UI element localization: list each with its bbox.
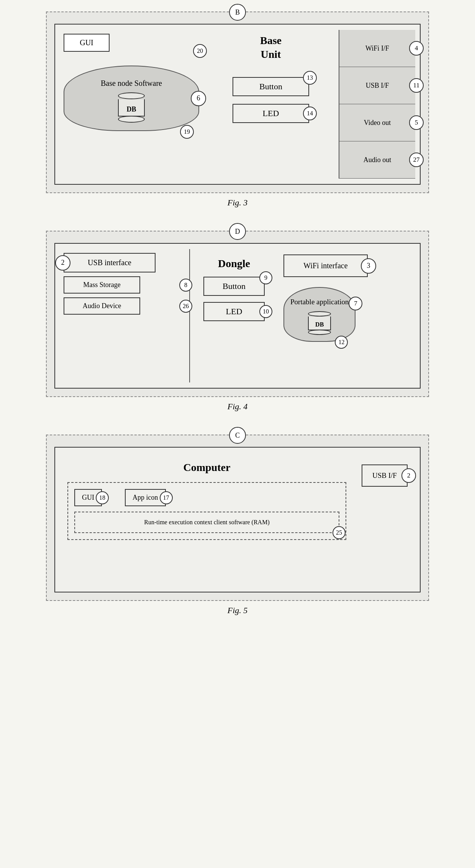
fig5-runtime-label: Run-time execution context client softwa… <box>144 519 269 525</box>
fig5-caption: Fig. 5 <box>228 605 248 615</box>
fig3-gui-label: GUI <box>80 38 93 47</box>
fig4-db-label: DB <box>315 320 324 329</box>
fig4-center-section: Dongle Button 9 LED 10 <box>190 249 278 382</box>
fig3-db-badge: 19 <box>180 125 194 139</box>
fig4-db-bottom-ellipse <box>308 330 331 335</box>
fig3-db-top-ellipse <box>118 92 145 99</box>
fig4-usb-interface-label: USB interface <box>88 258 131 267</box>
fig5-runtime-badge: 25 <box>332 526 346 539</box>
fig4-title: Dongle <box>218 257 250 271</box>
fig5-title: Computer <box>67 461 346 474</box>
fig3-inner-box: GUI 20 Base node Software DB <box>54 24 421 185</box>
fig3-button-label: Button <box>259 82 282 91</box>
fig3-wrapper: B GUI 20 Base node Software <box>23 11 452 208</box>
fig5-usb-if-box: USB I/F <box>362 464 408 487</box>
fig4-led-label: LED <box>226 307 242 316</box>
fig5-usb-if-badge: 2 <box>401 468 416 483</box>
fig3-gui-box: GUI <box>64 34 110 52</box>
fig4-mass-storage-label: Mass Storage <box>83 281 121 289</box>
fig4-caption: Fig. 4 <box>228 402 248 412</box>
fig5-app-icon-badge: 17 <box>160 491 173 504</box>
fig4-portable-app-cloud: Portable application DB <box>283 287 355 342</box>
fig5-inner-box: Computer GUI 18 <box>54 447 421 592</box>
fig3-top-circle: B <box>229 4 246 21</box>
fig4-right-section: WiFi interface 3 Portable application <box>278 249 415 382</box>
fig3-button-badge: 13 <box>303 71 317 85</box>
fig4-wifi-interface-label: WiFi interface <box>303 261 347 270</box>
fig4-wifi-interface-box: WiFi interface <box>283 254 368 277</box>
fig3-video-out-badge: 5 <box>409 115 424 130</box>
fig3-right-item-video: Video out 5 <box>339 104 415 141</box>
fig5-usb-if-label: USB I/F <box>372 471 397 479</box>
fig3-db-label: DB <box>126 105 136 114</box>
fig4-inner-box: USB interface 2 Mass Storage 8 <box>54 243 421 389</box>
fig4-audio-device-label: Audio Device <box>83 302 121 310</box>
fig3-base-node-badge: 6 <box>191 91 206 106</box>
fig4-led-box: LED <box>203 302 265 321</box>
fig5-gui-label: GUI <box>82 494 94 501</box>
fig4-db-icon: DB <box>290 311 349 335</box>
fig4-button-box: Button <box>203 277 265 296</box>
fig3-wifi-if-label: WiFi I/F <box>365 44 389 53</box>
fig5-dashed-container: GUI 18 App icon 17 <box>67 482 346 540</box>
fig4-db-body: DB <box>308 317 331 330</box>
fig3-led-box: LED <box>233 104 309 123</box>
fig3-gui-badge: 20 <box>193 44 207 58</box>
fig3-base-node-cloud: Base node Software DB <box>64 66 199 131</box>
fig4-button-label: Button <box>223 281 246 291</box>
fig3-right-panel: WiFi I/F 4 USB I/F 11 Video out 5 Audio … <box>339 30 415 179</box>
fig3-audio-out-label: Audio out <box>364 156 391 164</box>
fig4-db-top-ellipse <box>308 311 331 317</box>
fig4-wrapper: D USB interface 2 Mass Storage <box>23 231 452 412</box>
fig3-left-section: GUI 20 Base node Software DB <box>60 30 203 179</box>
fig3-wifi-if-badge: 4 <box>409 41 424 56</box>
fig3-db-bottom-ellipse <box>118 116 145 123</box>
fig3-caption: Fig. 3 <box>228 198 248 208</box>
fig4-usb-interface-badge: 2 <box>55 255 70 271</box>
fig3-center-section: Base Unit Button 13 LED <box>203 30 339 179</box>
fig5-runtime-box: Run-time execution context client softwa… <box>74 512 339 533</box>
fig5-left-section: Computer GUI 18 <box>60 453 354 548</box>
fig4-top-circle: D <box>229 223 246 240</box>
fig3-base-node-label: Base node Software <box>101 79 162 87</box>
fig3-usb-if-label: USB I/F <box>366 82 389 90</box>
fig4-audio-device-badge: 26 <box>179 300 192 313</box>
fig3-audio-out-badge: 27 <box>409 153 424 167</box>
fig4-portable-app-label: Portable application <box>290 298 349 306</box>
fig3-right-item-wifi: WiFi I/F 4 <box>339 30 415 67</box>
fig3-db-body: DB <box>118 99 145 116</box>
fig5-top-row: GUI 18 App icon 17 <box>74 489 339 506</box>
fig4-led-badge: 10 <box>259 305 272 318</box>
fig4-db-badge: 12 <box>335 336 348 349</box>
fig5-right-section: USB I/F 2 <box>354 453 415 498</box>
fig4-portable-app-badge: 7 <box>349 297 362 310</box>
page-container: B GUI 20 Base node Software <box>23 11 452 615</box>
fig4-left-section: USB interface 2 Mass Storage 8 <box>60 249 190 382</box>
fig3-outer-box: B GUI 20 Base node Software <box>46 11 429 193</box>
fig3-led-badge: 14 <box>303 107 317 120</box>
fig4-mass-storage-box: Mass Storage <box>64 276 140 294</box>
fig4-button-badge: 9 <box>259 271 272 284</box>
fig3-button-box: Button <box>233 77 309 96</box>
fig3-right-item-audio: Audio out 27 <box>339 141 415 179</box>
fig4-usb-interface-box: USB interface <box>64 253 156 272</box>
fig3-title: Base Unit <box>260 34 282 62</box>
fig4-outer-box: D USB interface 2 Mass Storage <box>46 231 429 397</box>
fig5-wrapper: C Computer GUI <box>23 435 452 615</box>
fig3-right-item-usb: USB I/F 11 <box>339 67 415 104</box>
fig5-top-circle: C <box>229 427 246 444</box>
fig3-db-icon: DB <box>72 92 191 123</box>
fig4-mass-storage-badge: 8 <box>179 279 192 292</box>
fig5-gui-badge: 18 <box>96 491 109 504</box>
fig5-outer-box: C Computer GUI <box>46 435 429 601</box>
fig4-wifi-interface-badge: 3 <box>361 258 376 274</box>
fig3-usb-if-badge: 11 <box>409 78 424 93</box>
fig5-app-icon-label: App icon <box>133 494 158 501</box>
fig3-video-out-label: Video out <box>364 119 391 127</box>
fig3-led-label: LED <box>263 108 279 118</box>
fig4-audio-device-box: Audio Device <box>64 297 140 315</box>
